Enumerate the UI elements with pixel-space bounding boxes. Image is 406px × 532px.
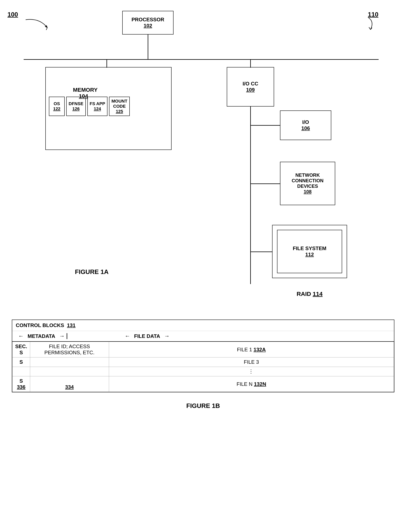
iocc-to-fs-line	[251, 252, 273, 252]
metadata-filedata-row: ← METADATA → ← FILE DATA →	[12, 331, 394, 342]
sec-cell-2: S	[12, 357, 30, 367]
filedata-section: ← FILE DATA →	[121, 333, 394, 339]
filedata-arrow-right-icon: →	[164, 333, 170, 339]
control-blocks-ref: 131	[67, 322, 76, 328]
file1-ref: 132A	[254, 347, 266, 352]
file-cell-1: FILE 1 132A	[109, 342, 394, 357]
figure-1a: 100 110 PROCESSOR 102 MEMORY 104 OS 122	[0, 0, 406, 306]
meta-cell-n: 334	[30, 376, 109, 392]
filedata-label: FILE DATA	[134, 333, 160, 339]
divider-bar	[67, 333, 67, 339]
iocc-box: I/O CC 109	[227, 67, 274, 107]
control-blocks-label: CONTROL BLOCKS	[16, 322, 64, 328]
processor-label: PROCESSOR	[131, 17, 164, 23]
filen-ref: 132N	[254, 381, 266, 387]
raid-ref: 114	[313, 291, 323, 297]
file-cell-dots: ⋮	[109, 367, 394, 376]
meta-cell-dots	[30, 367, 109, 376]
figure-1b: CONTROL BLOCKS 131 ← METADATA → ← FILE D…	[12, 320, 394, 409]
iocc-down-line	[250, 107, 251, 284]
iocc-to-ncd-line	[251, 183, 280, 184]
io-label: I/O	[302, 119, 309, 125]
iocc-ref: 109	[246, 87, 254, 93]
io-box: I/O 106	[280, 110, 331, 140]
metadata-section: ← METADATA →	[12, 333, 121, 339]
bus-to-memory-line	[107, 60, 107, 68]
mountcode-label: MOUNTCODE	[111, 99, 127, 109]
control-blocks-table: CONTROL BLOCKS 131 ← METADATA → ← FILE D…	[12, 320, 394, 392]
fsapp-box: FS APP 124	[87, 97, 108, 116]
arrow-right-icon: →	[59, 333, 65, 339]
table-row: SEC.S FILE ID; ACCESSPERMISSIONS, ETC. F…	[12, 342, 394, 357]
filedata-arrow-left-icon: ←	[125, 333, 130, 339]
mountcode-box: MOUNTCODE 125	[109, 97, 130, 116]
meta-ref-334: 334	[65, 384, 73, 390]
arrow-110-icon	[357, 16, 380, 36]
sec-cell-1: SEC.S	[12, 342, 30, 357]
sec-ref-336: 336	[17, 384, 25, 390]
data-table: SEC.S FILE ID; ACCESSPERMISSIONS, ETC. F…	[12, 342, 394, 392]
iocc-to-io-line	[251, 125, 280, 126]
memory-subboxes: OS 122 DFNSE 126 FS APP 124 MOUNTCODE 12…	[49, 97, 130, 116]
bus-to-iocc-line	[250, 60, 251, 68]
filesystem-inner-box: FILE SYSTEM 112	[277, 230, 342, 273]
dfnse-box: DFNSE 126	[66, 97, 86, 116]
file-cell-n: FILE N 132N	[109, 376, 394, 392]
metadata-label: METADATA	[28, 333, 55, 339]
table-row: S FILE 3	[12, 357, 394, 367]
control-blocks-header: CONTROL BLOCKS 131	[12, 320, 394, 331]
os-box: OS 122	[49, 97, 65, 116]
meta-cell-1: FILE ID; ACCESSPERMISSIONS, ETC.	[30, 342, 109, 357]
table-row: S336 334 FILE N 132N	[12, 376, 394, 392]
memory-label: MEMORY	[73, 87, 98, 93]
filesystem-ref: 112	[305, 252, 314, 258]
table-row: ⋮	[12, 367, 394, 376]
meta-cell-2	[30, 357, 109, 367]
raid-label: RAID	[297, 291, 313, 297]
bus-line	[24, 59, 379, 60]
sec-cell-n: S336	[12, 376, 30, 392]
ncd-ref: 108	[304, 189, 312, 195]
sec-cell-dots	[12, 367, 30, 376]
arrow-left-icon: ←	[18, 333, 24, 339]
figure-1b-label: FIGURE 1B	[12, 402, 394, 409]
processor-ref: 102	[144, 23, 152, 29]
file-cell-2: FILE 3	[109, 357, 394, 367]
raid-box: RAID 114	[272, 286, 347, 302]
filesystem-label: FILE SYSTEM	[293, 245, 326, 252]
figure-1a-label: FIGURE 1A	[75, 268, 109, 276]
iocc-label: I/O CC	[243, 81, 258, 87]
arrow-100-icon	[24, 16, 63, 36]
proc-to-bus-line	[148, 35, 148, 60]
ncd-box: NETWORKCONNECTIONDEVICES 108	[280, 162, 335, 205]
processor-box: PROCESSOR 102	[122, 11, 174, 35]
io-ref: 106	[301, 125, 310, 131]
ncd-label: NETWORKCONNECTIONDEVICES	[292, 172, 323, 189]
ref-100: 100	[7, 11, 18, 18]
